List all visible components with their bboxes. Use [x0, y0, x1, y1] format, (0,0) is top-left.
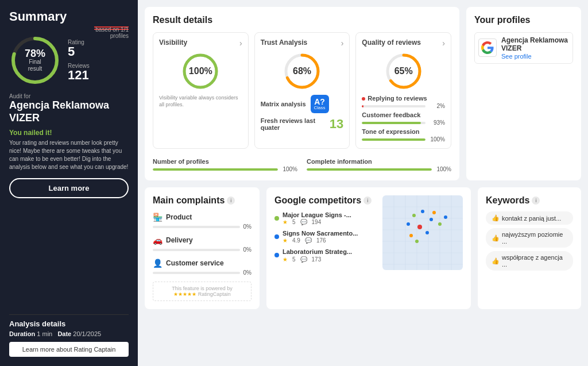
trust-percent: 68%: [293, 66, 311, 76]
sidebar: Summary based on 1/1 profiles 78% Final …: [0, 0, 138, 366]
rating-meta: Rating 5: [68, 39, 90, 58]
comp-info-2: Laboratorium Strateg... ★ 5 💬 173: [283, 248, 376, 262]
svg-point-21: [421, 210, 424, 213]
competitor-0: Major League Signs -... ★ 5 💬 194: [274, 211, 376, 225]
keyword-2[interactable]: 👍 współpracę z agencja ...: [486, 251, 573, 271]
visibility-percent: 100%: [189, 66, 212, 76]
quality-donut: 65%: [384, 51, 424, 91]
competitors-info-icon[interactable]: i: [363, 197, 372, 205]
analysis-details: Analysis details Duration 1 min Date 20/…: [9, 314, 129, 357]
score-section: 78% Final result Rating 5 Reviews 121: [9, 34, 129, 86]
final-percent: 78%: [22, 48, 48, 59]
complaint-delivery: 🚗 Delivery 0%: [153, 236, 252, 253]
matrix-card: Matrix analysis A? Class: [261, 95, 344, 113]
quality-card: Quality of reviews › 65% Reply: [355, 32, 451, 149]
competitors-title: Google competitors: [274, 195, 361, 206]
based-on-text: based on 1/1 profiles: [9, 25, 129, 30]
trust-title: Trust Analysis: [261, 38, 344, 47]
trust-card: Trust Analysis › 68% Matrix an: [254, 32, 350, 149]
svg-point-28: [409, 234, 413, 237]
profiles-list: Agencja Reklamowa VIZER See profile: [474, 32, 573, 64]
final-score-circle: 78% Final result: [9, 34, 61, 86]
visibility-note: Visibility variable always considers all…: [159, 95, 242, 108]
svg-point-22: [430, 218, 433, 221]
complaint-customer-service: 👤 Customer service 0%: [153, 259, 252, 276]
competitor-2: Laboratorium Strateg... ★ 5 💬 173: [274, 248, 376, 262]
matrix-badge: A? Class: [311, 95, 329, 113]
svg-point-25: [407, 222, 410, 226]
nailed-description: Your rating and reviews number look pret…: [9, 139, 129, 171]
thumb-icon-2: 👍: [492, 257, 500, 265]
keywords-info-icon[interactable]: i: [532, 197, 540, 205]
product-icon: 🏪: [153, 213, 163, 222]
profiles-stat: Number of profiles 100%: [153, 158, 297, 172]
visibility-title: Visibility: [159, 38, 242, 47]
see-profile-link[interactable]: See profile: [501, 53, 569, 60]
profile-name: Agencja Reklamowa VIZER: [501, 36, 569, 53]
analysis-title: Analysis details: [9, 319, 129, 328]
comp-info-1: Signs Now Sacramento... ★ 4.9 💬 176: [283, 230, 376, 244]
customer-service-icon: 👤: [153, 259, 163, 268]
reviews-meta: Reviews 121: [68, 63, 90, 82]
your-profiles-title: Your profiles: [474, 15, 573, 25]
thumb-icon-0: 👍: [492, 214, 500, 222]
powered-by: This feature is powered by ★★★★★ RatingC…: [153, 282, 252, 301]
tone-stat: Tone of expression 100%: [362, 128, 445, 142]
result-details-panel: Result details Visibility › 100%: [145, 7, 459, 180]
feedback-stat: Customer feedback 93%: [362, 111, 445, 126]
complaints-title: Main complaints: [153, 195, 225, 206]
keyword-1[interactable]: 👍 najwyższym poziomie ...: [486, 228, 573, 248]
complete-info-stat: Complete information 100%: [307, 158, 451, 172]
svg-point-26: [438, 222, 442, 226]
fresh-card: Fresh reviews last quater 13: [261, 117, 344, 132]
complaints-info-icon[interactable]: i: [227, 197, 235, 205]
top-row: Result details Visibility › 100%: [145, 7, 581, 180]
nailed-it-text: You nailed it!: [9, 129, 129, 137]
trust-donut: 68%: [282, 51, 322, 91]
complaints-panel: Main complaints i 🏪 Product 0% 🚗 Deliver…: [145, 187, 260, 309]
quality-chevron[interactable]: ›: [442, 38, 445, 48]
quality-title: Quality of reviews: [362, 38, 445, 47]
keywords-title: Keywords: [486, 195, 529, 206]
score-meta: Rating 5 Reviews 121: [68, 39, 90, 82]
rating-value: 5: [68, 44, 75, 59]
comp-info-0: Major League Signs -... ★ 5 💬 194: [283, 211, 376, 225]
analysis-meta: Duration 1 min Date 20/1/2025: [9, 330, 129, 337]
keyword-0[interactable]: 👍 kontakt z panią just...: [486, 211, 573, 225]
main-content: Result details Visibility › 100%: [138, 0, 588, 366]
profile-info: Agencja Reklamowa VIZER See profile: [501, 36, 569, 60]
your-profiles-panel: Your profiles Agencja Reklamowa VIZER: [466, 7, 581, 180]
competitors-panel: Google competitors i Major League Signs …: [266, 187, 471, 309]
keywords-panel: Keywords i 👍 kontakt z panią just... 👍 n…: [478, 187, 581, 309]
audit-for-label: Audit for: [9, 93, 129, 99]
reviews-value: 121: [68, 68, 89, 82]
svg-point-30: [415, 240, 419, 243]
visibility-chevron[interactable]: ›: [239, 38, 242, 48]
rating-captain-button[interactable]: Learn more about Rating Captain: [9, 342, 129, 357]
google-logo: [478, 38, 497, 57]
comp-dot-2: [274, 253, 279, 257]
competitors-title-row: Google competitors i: [274, 195, 376, 206]
comp-dot-1: [274, 234, 279, 239]
svg-point-24: [432, 211, 436, 214]
bottom-row: Main complaints i 🏪 Product 0% 🚗 Deliver…: [145, 187, 581, 309]
svg-point-20: [412, 214, 416, 217]
final-label: Final result: [22, 59, 48, 72]
result-metrics: Visibility › 100% Visibility variable al…: [153, 32, 451, 149]
trust-chevron[interactable]: ›: [341, 38, 344, 48]
visibility-card: Visibility › 100% Visibility variable al…: [153, 32, 249, 149]
company-name: Agencja Reklamowa VIZER: [9, 99, 129, 124]
svg-point-23: [417, 225, 422, 229]
profile-item: Agencja Reklamowa VIZER See profile: [474, 32, 573, 64]
visibility-donut: 100%: [180, 51, 220, 91]
svg-point-29: [444, 215, 447, 219]
comp-dot-0: [274, 216, 279, 221]
map-placeholder: [382, 195, 463, 270]
replying-stat: Replying to reviews 2%: [362, 95, 445, 109]
learn-more-button[interactable]: Learn more: [9, 178, 129, 198]
competitors-list: Google competitors i Major League Signs …: [274, 195, 376, 301]
complaints-title-row: Main complaints i: [153, 195, 252, 206]
thumb-icon-1: 👍: [492, 234, 500, 242]
sidebar-title: Summary: [9, 9, 129, 24]
competitor-1: Signs Now Sacramento... ★ 4.9 💬 176: [274, 230, 376, 244]
